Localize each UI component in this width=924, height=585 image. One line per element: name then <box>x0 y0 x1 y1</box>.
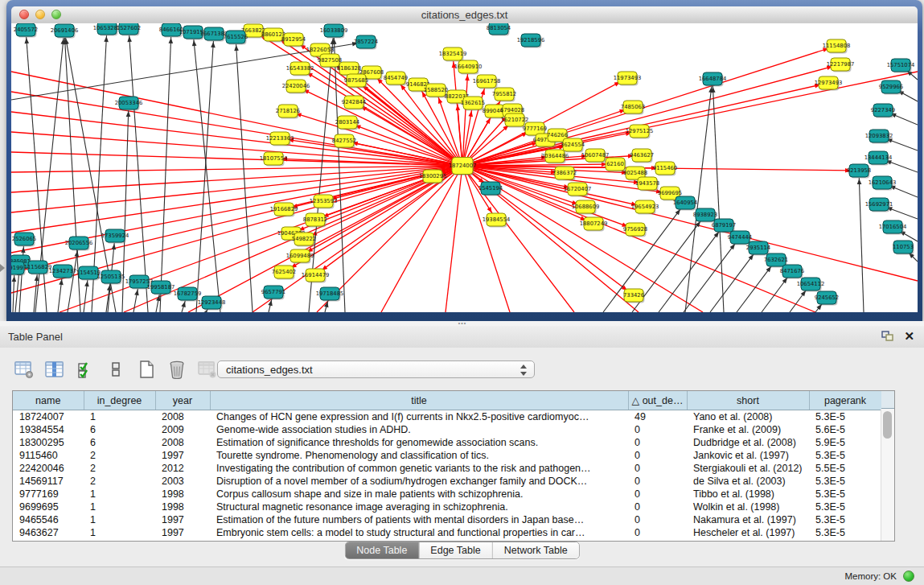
tab-node-table[interactable]: Node Table <box>345 542 419 558</box>
column-header-year[interactable]: year <box>155 391 210 410</box>
network-node[interactable]: 12353593 <box>310 195 338 209</box>
network-node[interactable]: 12093832 <box>865 130 893 144</box>
network-node[interactable]: 18325419 <box>439 47 467 62</box>
table-row[interactable]: 977716911998Corpus callosum shape and si… <box>13 488 881 501</box>
network-node[interactable]: 9242844 <box>342 96 366 110</box>
network-node[interactable]: 12217987 <box>827 58 855 72</box>
column-header-short[interactable]: short <box>687 391 809 410</box>
network-node[interactable]: 2405572 <box>14 23 38 38</box>
network-node[interactable]: 16961758 <box>473 75 501 89</box>
table-mode-icon[interactable] <box>13 360 35 379</box>
network-node[interactable]: 8213958 <box>847 164 871 179</box>
new-column-icon[interactable] <box>135 360 157 379</box>
network-node[interactable]: 12213363 <box>266 132 294 146</box>
column-header-out_de[interactable]: △ out_de… <box>628 391 687 410</box>
network-node[interactable]: 16033809 <box>320 24 348 39</box>
delete-column-icon[interactable] <box>166 360 187 379</box>
network-node[interactable]: 1640954 <box>673 196 697 211</box>
network-node[interactable]: 9115460 <box>653 162 677 176</box>
network-node[interactable]: 7485063 <box>621 101 645 115</box>
select-columns-icon[interactable] <box>74 360 96 379</box>
network-node[interactable]: 20053346 <box>115 97 143 111</box>
network-node[interactable]: 8454749 <box>384 72 408 86</box>
column-header-pagerank[interactable]: pagerank <box>809 391 881 410</box>
network-node[interactable]: 8427552 <box>332 134 356 149</box>
scrollbar-thumb[interactable] <box>883 411 892 439</box>
tab-edge-table[interactable]: Edge Table <box>419 542 492 558</box>
network-node[interactable]: 5498222 <box>292 233 316 247</box>
network-node[interactable]: 1943578 <box>635 177 659 192</box>
network-node[interactable]: 7615526 <box>224 31 248 45</box>
network-canvas[interactable]: 1872400776638228860123891295418226058982… <box>11 23 918 312</box>
show-column-icon[interactable] <box>43 360 65 379</box>
network-node[interactable]: 9227349 <box>871 104 895 118</box>
network-node[interactable]: 12342737 <box>49 265 77 279</box>
network-node[interactable]: 8938923 <box>693 208 717 223</box>
network-node[interactable]: 15751074 <box>887 59 915 73</box>
float-panel-icon[interactable] <box>881 330 895 343</box>
tab-network-table[interactable]: Network Table <box>493 542 579 558</box>
network-node[interactable]: 22420046 <box>282 80 310 94</box>
network-node[interactable]: 12923448 <box>198 296 226 311</box>
table-vertical-scrollbar[interactable] <box>881 409 894 541</box>
network-node[interactable]: 9245652 <box>815 291 839 306</box>
network-node[interactable]: 16099489 <box>286 249 314 264</box>
network-node[interactable]: 1527602 <box>117 23 141 36</box>
network-node[interactable]: 11156829 <box>24 261 52 275</box>
network-node[interactable]: 19384554 <box>483 213 511 228</box>
network-node[interactable]: 8471676 <box>780 265 804 279</box>
network-node[interactable]: 20206556 <box>65 237 93 251</box>
network-node[interactable]: 18107554 <box>260 152 288 167</box>
table-row[interactable]: 911546021997Tourette syndrome. Phenomeno… <box>13 449 881 462</box>
network-node[interactable]: 19166829 <box>270 203 298 217</box>
network-node[interactable]: 16914479 <box>302 269 330 283</box>
table-row[interactable]: 969969511998Structural magnetic resonanc… <box>13 501 881 513</box>
network-node[interactable]: 9463627 <box>630 149 654 163</box>
table-selector-dropdown[interactable]: citations_edges.txt <box>217 360 535 378</box>
table-row[interactable]: 946362711997Embryonic stem cells: a mode… <box>13 526 881 539</box>
table-row[interactable]: 2242004622012Investigating the contribut… <box>13 462 881 475</box>
table-row[interactable]: 1830029562008Estimation of significance … <box>13 436 881 449</box>
splitter-handle-icon[interactable]: ••• <box>458 322 467 325</box>
table-row[interactable]: 1872400712008Changes of HCN gene express… <box>13 410 881 424</box>
network-node[interactable]: 16720407 <box>564 183 592 197</box>
network-window-titlebar[interactable]: citations_edges.txt <box>11 6 918 24</box>
network-node[interactable]: 2935114 <box>746 241 770 256</box>
network-node[interactable]: 7955812 <box>492 88 516 102</box>
network-node[interactable]: 12505135 <box>97 270 125 285</box>
network-node[interactable]: 8813054 <box>487 23 511 36</box>
table-row[interactable]: 946554611997Estimation of the future num… <box>13 513 881 526</box>
row-height-icon[interactable] <box>105 360 126 379</box>
memory-status-icon[interactable] <box>903 571 914 582</box>
table-row[interactable]: 1456911722003Disruption of a novel membe… <box>13 475 881 488</box>
collapse-panel-arrow-icon[interactable] <box>0 264 5 272</box>
network-node[interactable]: 733426 <box>623 289 644 303</box>
close-panel-icon[interactable]: ✕ <box>904 329 914 344</box>
network-node[interactable]: 17359924 <box>101 229 129 244</box>
network-node[interactable]: 9474444 <box>728 231 752 245</box>
column-header-in_degree[interactable]: in_degree <box>84 391 155 410</box>
network-node[interactable]: 3624554 <box>561 138 585 153</box>
network-node[interactable]: 9657791 <box>261 286 285 300</box>
network-node[interactable]: 7857224 <box>354 35 378 50</box>
network-node[interactable]: 9756928 <box>623 223 647 237</box>
column-header-title[interactable]: title <box>210 391 628 410</box>
network-node[interactable]: 8912954 <box>281 33 306 47</box>
network-node[interactable]: 16640910 <box>454 60 483 75</box>
network-node[interactable]: 19654923 <box>631 200 659 215</box>
network-node[interactable]: 8878312 <box>303 213 327 228</box>
network-node[interactable]: 19718485 <box>316 287 344 302</box>
network-node[interactable]: 19218596 <box>517 34 545 48</box>
network-node[interactable]: 2718126 <box>276 105 300 119</box>
network-node[interactable]: 16648784 <box>699 72 727 87</box>
network-node[interactable]: 2803144 <box>335 116 359 130</box>
network-node[interactable]: 9529966 <box>879 80 903 95</box>
network-node[interactable]: 19958187 <box>147 281 175 295</box>
network-node[interactable]: 20691406 <box>51 24 79 39</box>
network-node[interactable]: 18807249 <box>580 217 608 232</box>
network-node[interactable]: 7625402 <box>272 266 296 280</box>
network-graph[interactable]: 1872400776638228860123891295418226058982… <box>11 23 918 312</box>
network-node[interactable]: 18724007 <box>449 158 477 176</box>
network-node[interactable]: 10607487 <box>581 149 610 163</box>
column-header-name[interactable]: name <box>13 391 84 410</box>
